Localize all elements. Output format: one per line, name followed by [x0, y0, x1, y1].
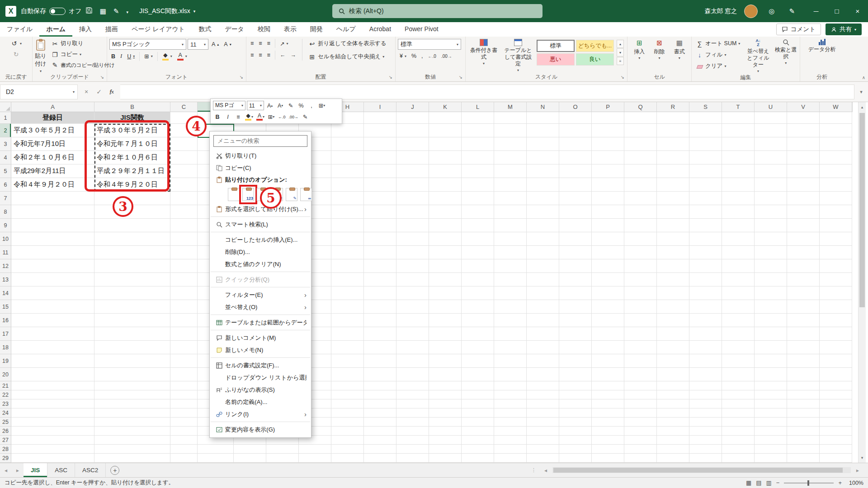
cell-C17[interactable]: [170, 327, 198, 341]
row-header-5[interactable]: 5: [0, 164, 11, 178]
cell-Q28[interactable]: [624, 445, 657, 454]
cell-U1[interactable]: [755, 112, 787, 124]
cell-M17[interactable]: [494, 327, 527, 341]
tab-ヘルプ[interactable]: ヘルプ: [330, 22, 363, 37]
new-sheet-button[interactable]: +: [110, 466, 119, 475]
cell-V26[interactable]: [787, 427, 820, 436]
cell-J1[interactable]: [396, 112, 429, 124]
cell-O13[interactable]: [559, 273, 592, 286]
cell-J27[interactable]: [396, 436, 429, 445]
cell-Q22[interactable]: [624, 390, 657, 399]
cell-W27[interactable]: [820, 436, 852, 445]
column-header-R[interactable]: R: [657, 102, 689, 112]
cell-A19[interactable]: [11, 354, 94, 368]
cell-U24[interactable]: [755, 408, 787, 418]
cell-C19[interactable]: [170, 354, 198, 368]
cell-I28[interactable]: [364, 445, 396, 454]
cell-R14[interactable]: [657, 286, 689, 300]
formula-input[interactable]: [120, 84, 854, 99]
cell-P14[interactable]: [592, 286, 624, 300]
cell-W2[interactable]: [820, 124, 852, 137]
cell-H28[interactable]: [331, 445, 364, 454]
italic-button[interactable]: I: [118, 52, 124, 61]
cell-J14[interactable]: [396, 286, 429, 300]
cell-A3[interactable]: 令和元年7月10日: [11, 137, 94, 151]
cell-H15[interactable]: [331, 300, 364, 314]
cell-U18[interactable]: [755, 341, 787, 354]
cell-I13[interactable]: [364, 273, 396, 286]
cell-O3[interactable]: [559, 137, 592, 151]
cell-S9[interactable]: [689, 219, 722, 232]
cell-N2[interactable]: [527, 124, 559, 137]
dialog-launcher-icon[interactable]: ↘: [240, 74, 243, 81]
row-header-29[interactable]: 29: [0, 454, 11, 463]
cell-V7[interactable]: [787, 192, 820, 205]
cell-C9[interactable]: [170, 219, 198, 232]
cell-L15[interactable]: [462, 300, 494, 314]
cell-T27[interactable]: [722, 436, 755, 445]
column-header-W[interactable]: W: [820, 102, 852, 112]
cell-Q18[interactable]: [624, 341, 657, 354]
cell-J15[interactable]: [396, 300, 429, 314]
cell-V21[interactable]: [787, 381, 820, 390]
cell-B16[interactable]: [94, 314, 170, 327]
column-header-A[interactable]: A: [11, 102, 94, 112]
cell-V13[interactable]: [787, 273, 820, 286]
cell-P17[interactable]: [592, 327, 624, 341]
user-name[interactable]: 森太郎 窓之: [705, 7, 737, 15]
cell-L2[interactable]: [462, 124, 494, 137]
cell-Q6[interactable]: [624, 178, 657, 192]
autosave-toggle[interactable]: 自動保存 オフ: [21, 7, 82, 15]
cell-L7[interactable]: [462, 192, 494, 205]
cell-I10[interactable]: [364, 232, 396, 246]
cell-P22[interactable]: [592, 390, 624, 399]
row-header-16[interactable]: 16: [0, 314, 11, 327]
cell-S22[interactable]: [689, 390, 722, 399]
gallery-expand-button[interactable]: ≡: [617, 57, 624, 65]
cell-N17[interactable]: [527, 327, 559, 341]
data-analysis-button[interactable]: データ分析: [806, 39, 838, 53]
cell-N16[interactable]: [527, 314, 559, 327]
cell-A22[interactable]: [11, 390, 94, 399]
cell-M27[interactable]: [494, 436, 527, 445]
cell-J29[interactable]: [396, 454, 429, 463]
tab-ホーム[interactable]: ホーム: [39, 22, 72, 37]
cell-B26[interactable]: [94, 427, 170, 436]
cell-B21[interactable]: [94, 381, 170, 390]
cell-T4[interactable]: [722, 151, 755, 164]
cell-O9[interactable]: [559, 219, 592, 232]
cell-H24[interactable]: [331, 408, 364, 418]
cell-N22[interactable]: [527, 390, 559, 399]
cell-P1[interactable]: [592, 112, 624, 124]
cell-K28[interactable]: [429, 445, 462, 454]
cell-T9[interactable]: [722, 219, 755, 232]
cell-N1[interactable]: [527, 112, 559, 124]
cell-Q13[interactable]: [624, 273, 657, 286]
cell-W16[interactable]: [820, 314, 852, 327]
cell-C20[interactable]: [170, 368, 198, 381]
cell-K19[interactable]: [429, 354, 462, 368]
cell-R4[interactable]: [657, 151, 689, 164]
mini-bold-button[interactable]: B: [213, 112, 222, 122]
cell-R9[interactable]: [657, 219, 689, 232]
cell-L27[interactable]: [462, 436, 494, 445]
paste-link-button[interactable]: ∞: [300, 188, 312, 201]
cell-V22[interactable]: [787, 390, 820, 399]
cell-M1[interactable]: [494, 112, 527, 124]
cell-H22[interactable]: [331, 390, 364, 399]
cell-Q21[interactable]: [624, 381, 657, 390]
mini-fill-color-button[interactable]: ◆▾: [244, 112, 254, 122]
cell-N13[interactable]: [527, 273, 559, 286]
cell-M10[interactable]: [494, 232, 527, 246]
cell-T22[interactable]: [722, 390, 755, 399]
comma-format-button[interactable]: ,: [420, 52, 425, 60]
cell-I4[interactable]: [364, 151, 396, 164]
row-header-20[interactable]: 20: [0, 368, 11, 381]
cell-R12[interactable]: [657, 259, 689, 273]
cell-V8[interactable]: [787, 205, 820, 219]
cell-U14[interactable]: [755, 286, 787, 300]
cell-W9[interactable]: [820, 219, 852, 232]
cell-style-neutral[interactable]: どちらでも...: [576, 40, 614, 52]
format-painter-button[interactable]: ✎書式のコピー/貼り付け: [49, 61, 117, 70]
cell-W29[interactable]: [820, 454, 852, 463]
